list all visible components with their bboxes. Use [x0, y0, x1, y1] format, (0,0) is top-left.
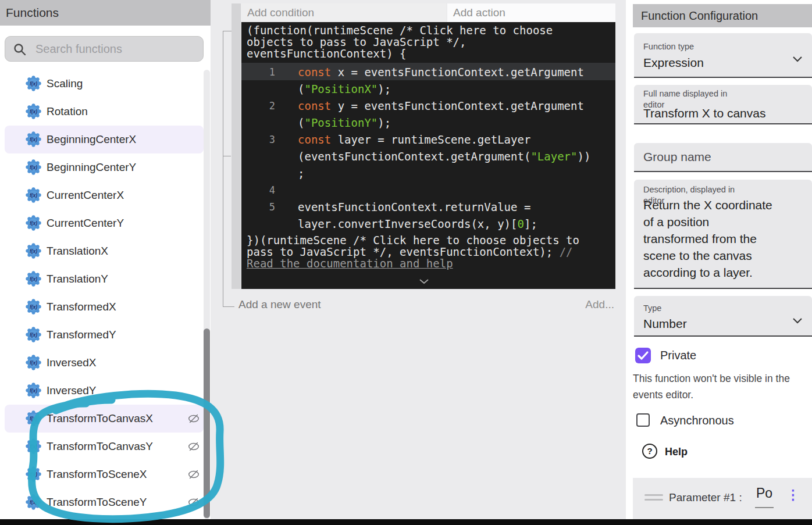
- drag-handle-icon[interactable]: [644, 499, 663, 501]
- type-select[interactable]: Type Number: [634, 296, 812, 337]
- sidebar-item-label: BeginningCenterX: [47, 126, 136, 153]
- svg-text:f(x): f(x): [30, 304, 37, 310]
- function-type-select[interactable]: Function type Expression: [634, 33, 812, 78]
- kebab-menu-icon[interactable]: ⋮: [786, 487, 800, 503]
- svg-text:f(x): f(x): [30, 499, 37, 505]
- sidebar-item-TransformToSceneX[interactable]: f(x)TransformToSceneX: [5, 460, 204, 488]
- sidebar-item-CurrentCenterY[interactable]: f(x)CurrentCenterY: [5, 209, 204, 237]
- code-line[interactable]: ;: [241, 165, 615, 182]
- function-icon: f(x): [26, 131, 41, 147]
- svg-text:f(x): f(x): [30, 276, 37, 282]
- search-icon: [13, 42, 27, 56]
- add-action-button[interactable]: Add action: [447, 3, 615, 22]
- function-configuration-panel: Function Configuration Function type Exp…: [626, 0, 812, 519]
- eye-slash-icon: [187, 412, 200, 425]
- svg-text:f(x): f(x): [30, 248, 37, 254]
- private-checkbox[interactable]: [635, 348, 651, 363]
- js-code-footer: })(runtimeScene /* Click here to choose …: [247, 234, 612, 269]
- sidebar-item-TranslationY[interactable]: f(x)TranslationY: [5, 265, 204, 293]
- function-icon: f(x): [26, 327, 41, 342]
- config-panel-title: Function Configuration: [633, 4, 812, 27]
- sidebar-item-CurrentCenterX[interactable]: f(x)CurrentCenterX: [5, 181, 204, 209]
- function-icon: f(x): [26, 466, 41, 482]
- parameter-input-underline: [755, 507, 774, 508]
- event-tree-tick-bottom: [223, 306, 234, 307]
- parameter-label: Parameter #1 :: [669, 491, 742, 504]
- type-value: Number: [643, 315, 687, 332]
- code-line[interactable]: 1const x = eventsFunctionContext.getArgu…: [241, 64, 615, 81]
- help-link[interactable]: Help: [665, 446, 688, 458]
- code-line[interactable]: 3const layer = runtimeScene.getLayer: [241, 131, 615, 148]
- sidebar-item-BeginningCenterX[interactable]: f(x)BeginningCenterX: [5, 126, 204, 153]
- add-new-event-button[interactable]: Add a new event: [238, 298, 321, 311]
- sidebar-item-BeginningCenterY[interactable]: f(x)BeginningCenterY: [5, 153, 204, 181]
- sidebar-item-InversedX[interactable]: f(x)InversedX: [5, 349, 204, 377]
- sidebar-item-TransformToCanvasY[interactable]: f(x)TransformToCanvasY: [5, 433, 204, 460]
- function-type-label: Function type: [643, 41, 694, 52]
- code-line[interactable]: ("PositionY");: [241, 115, 615, 131]
- sidebar-item-label: TransformedX: [47, 293, 116, 321]
- sidebar-item-label: TranslationY: [47, 265, 108, 293]
- description-label: Description, displayed ineditor: [643, 184, 735, 206]
- type-label: Type: [643, 303, 661, 314]
- event-tree-tick-top: [223, 31, 232, 31]
- code-line[interactable]: (eventsFunctionContext.getArgument("Laye…: [241, 148, 615, 165]
- svg-text:f(x): f(x): [30, 165, 37, 170]
- js-code-editor[interactable]: (function(runtimeScene /* Click here to …: [241, 22, 615, 289]
- sidebar-item-InversedY[interactable]: f(x)InversedY: [5, 377, 204, 405]
- function-icon: f(x): [26, 438, 41, 454]
- sidebar-item-label: TransformToSceneX: [47, 460, 147, 488]
- group-name-placeholder: Group name: [643, 150, 711, 164]
- event-tree-tick-mid: [223, 156, 231, 156]
- sidebar-title: Functions: [0, 0, 211, 26]
- sidebar-item-label: CurrentCenterY: [47, 209, 124, 237]
- sidebar-item-Scaling[interactable]: f(x)Scaling: [5, 70, 204, 98]
- sidebar-item-TransformToCanvasX[interactable]: f(x)TransformToCanvasX: [5, 405, 204, 433]
- event-drag-gutter[interactable]: [232, 3, 241, 289]
- full-name-label: Full name displayed ineditor: [643, 88, 727, 110]
- svg-text:f(x): f(x): [30, 220, 37, 226]
- help-icon[interactable]: ?: [642, 443, 658, 459]
- chevron-down-icon: [792, 56, 803, 62]
- sidebar-item-label: InversedX: [47, 349, 97, 377]
- svg-text:?: ?: [647, 446, 652, 456]
- private-label: Private: [660, 349, 696, 362]
- code-line[interactable]: ("PositionX");: [241, 81, 615, 98]
- code-line[interactable]: 4: [241, 182, 615, 199]
- svg-text:f(x): f(x): [30, 137, 37, 142]
- search-input[interactable]: Search functions: [5, 36, 204, 62]
- js-code-header: (function(runtimeScene /* Click here to …: [247, 24, 612, 59]
- add-condition-button[interactable]: Add condition: [241, 3, 446, 22]
- sidebar-scrollbar-thumb[interactable]: [204, 328, 210, 518]
- sidebar-item-TransformedY[interactable]: f(x)TransformedY: [5, 321, 204, 349]
- full-name-field[interactable]: Transform X to canvas Full name displaye…: [634, 85, 812, 124]
- svg-text:f(x): f(x): [30, 109, 37, 115]
- parameter-row: Parameter #1 : Po ⋮: [633, 478, 812, 519]
- svg-text:f(x): f(x): [30, 388, 37, 394]
- sidebar-item-label: TransformToCanvasY: [47, 433, 153, 460]
- group-name-field[interactable]: Group name: [634, 143, 812, 172]
- function-icon: f(x): [26, 410, 41, 426]
- svg-text:f(x): f(x): [30, 444, 37, 449]
- sidebar-item-label: TransformToSceneY: [47, 488, 147, 516]
- sidebar-item-label: BeginningCenterY: [47, 153, 136, 181]
- sidebar-item-TransformedX[interactable]: f(x)TransformedX: [5, 293, 204, 321]
- code-line[interactable]: 2const y = eventsFunctionContext.getArgu…: [241, 98, 615, 115]
- add-menu-button[interactable]: Add...: [585, 298, 614, 311]
- eye-slash-icon: [187, 496, 200, 509]
- function-icon: f(x): [26, 187, 41, 203]
- sidebar-item-label: TransformedY: [47, 321, 116, 349]
- code-line[interactable]: layer.convertInverseCoords(x, y)[0];: [241, 216, 615, 233]
- asynchronous-checkbox[interactable]: [636, 413, 650, 427]
- svg-text:f(x): f(x): [30, 416, 37, 422]
- description-field[interactable]: Return the X coordinate of a position tr…: [634, 180, 812, 289]
- chevron-down-icon: [792, 318, 803, 324]
- sidebar-item-TransformToSceneY[interactable]: f(x)TransformToSceneY: [5, 488, 204, 516]
- sidebar-item-TranslationX[interactable]: f(x)TranslationX: [5, 237, 204, 265]
- function-icon: f(x): [26, 383, 41, 398]
- code-line[interactable]: 5eventsFunctionContext.returnValue =: [241, 199, 615, 216]
- expand-editor-chevron-icon[interactable]: [419, 279, 429, 284]
- parameter-name-input[interactable]: Po: [756, 485, 772, 504]
- drag-handle-icon[interactable]: [644, 494, 663, 496]
- sidebar-item-Rotation[interactable]: f(x)Rotation: [5, 98, 204, 126]
